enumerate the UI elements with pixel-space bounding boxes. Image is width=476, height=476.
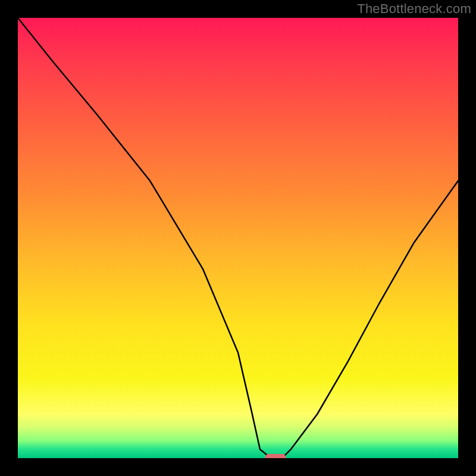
chart-frame: TheBottleneck.com: [0, 0, 476, 476]
watermark-text: TheBottleneck.com: [357, 1, 471, 17]
bottleneck-curve: [18, 18, 458, 458]
plot-area: [18, 18, 458, 458]
optimal-point-marker: [265, 454, 286, 458]
